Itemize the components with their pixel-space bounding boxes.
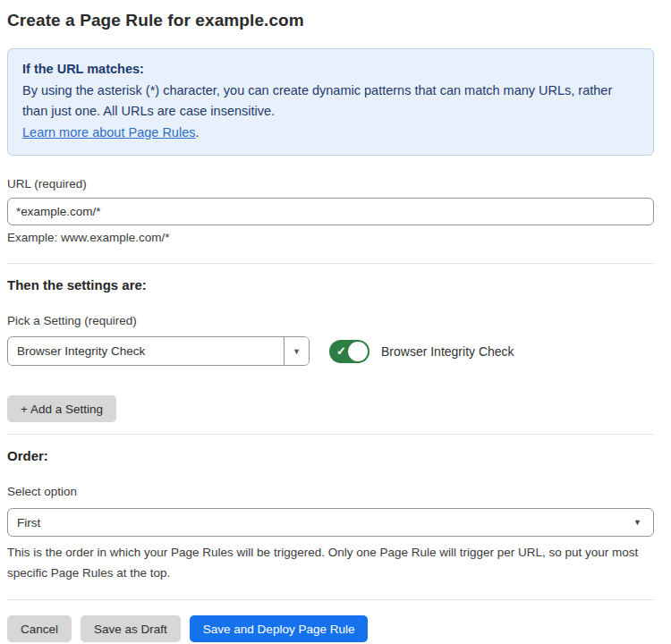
order-helper-text: This is the order in which your Page Rul… <box>7 542 647 583</box>
divider <box>7 599 654 600</box>
link-suffix: . <box>195 125 199 140</box>
check-icon: ✓ <box>336 345 346 357</box>
page-title: Create a Page Rule for example.com <box>7 11 654 30</box>
cancel-button[interactable]: Cancel <box>7 615 72 642</box>
info-box-body: By using the asterisk (*) character, you… <box>22 80 639 123</box>
setting-toggle-label: Browser Integrity Check <box>381 344 514 359</box>
page-rule-form: Create a Page Rule for example.com If th… <box>0 0 671 644</box>
order-select-value: First <box>17 516 40 530</box>
select-option-label: Select option <box>7 485 654 498</box>
setting-row: Browser Integrity Check ▼ ✓ Browser Inte… <box>7 336 654 366</box>
url-example-helper: Example: www.example.com/* <box>7 231 654 244</box>
order-section-heading: Order: <box>7 448 654 463</box>
setting-dropdown-value: Browser Integrity Check <box>8 337 284 365</box>
order-select[interactable]: First ▼ <box>7 508 654 537</box>
info-box-link-line: Learn more about Page Rules. <box>22 123 639 144</box>
save-as-draft-button[interactable]: Save as Draft <box>81 615 181 642</box>
settings-section-heading: Then the settings are: <box>7 277 654 292</box>
divider <box>7 434 654 435</box>
add-setting-button[interactable]: + Add a Setting <box>7 395 116 422</box>
setting-toggle[interactable]: ✓ <box>329 340 369 363</box>
url-input[interactable] <box>7 198 654 225</box>
chevron-down-icon: ▼ <box>633 518 641 527</box>
save-and-deploy-button[interactable]: Save and Deploy Page Rule <box>190 615 369 642</box>
pick-setting-label: Pick a Setting (required) <box>7 314 654 327</box>
setting-dropdown[interactable]: Browser Integrity Check ▼ <box>7 336 310 366</box>
divider <box>7 263 654 264</box>
chevron-down-icon[interactable]: ▼ <box>284 337 309 365</box>
toggle-knob <box>348 342 368 361</box>
url-match-info-box: If the URL matches: By using the asteris… <box>7 48 654 156</box>
url-label: URL (required) <box>7 177 654 191</box>
action-button-row: Cancel Save as Draft Save and Deploy Pag… <box>7 615 654 642</box>
learn-more-link[interactable]: Learn more about Page Rules <box>22 125 195 140</box>
info-box-heading: If the URL matches: <box>22 59 639 80</box>
